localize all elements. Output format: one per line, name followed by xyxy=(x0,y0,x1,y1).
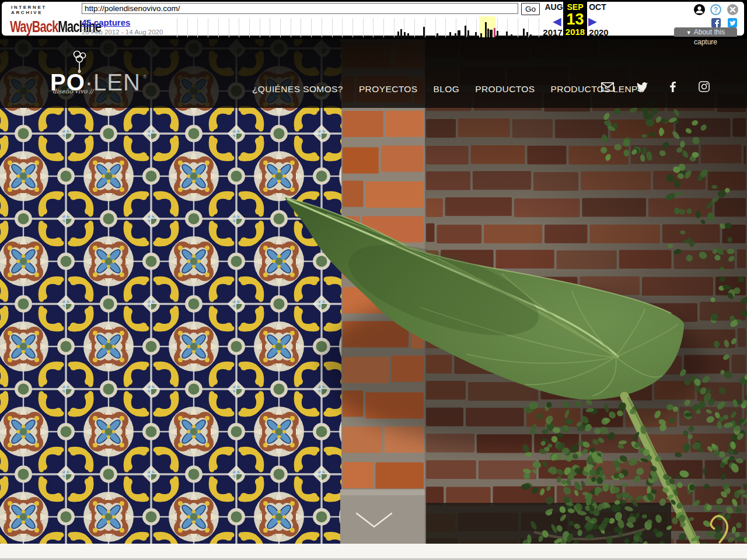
timeline-bar[interactable] xyxy=(506,32,508,37)
prev-capture-arrow[interactable]: ◀ xyxy=(553,16,561,27)
nav-item-3[interactable]: PRODUCTOS xyxy=(475,84,535,94)
timeline-bar[interactable] xyxy=(437,33,438,37)
timeline-bar[interactable] xyxy=(465,26,466,37)
timeline-gridline xyxy=(394,18,395,37)
timeline-bar[interactable] xyxy=(423,27,425,37)
timeline-bar[interactable] xyxy=(407,33,409,37)
facebook-icon[interactable] xyxy=(670,82,676,92)
timeline-bar[interactable] xyxy=(455,33,456,37)
current-year-label: 2018 xyxy=(563,27,587,37)
close-icon[interactable] xyxy=(727,4,738,15)
mail-icon[interactable] xyxy=(601,82,614,92)
help-icon[interactable]: ? xyxy=(710,4,721,15)
year-next-label[interactable]: 2020 xyxy=(587,27,610,37)
timeline-bar[interactable] xyxy=(530,34,532,37)
chevron-down-icon: ▼ xyxy=(686,30,692,36)
timeline-gridline xyxy=(539,18,539,37)
logo-light: ·LEN xyxy=(85,69,141,95)
timeline-gridline xyxy=(373,18,374,37)
share-facebook-icon[interactable] xyxy=(711,18,721,27)
timeline-gridline xyxy=(187,18,188,37)
timeline-bar[interactable] xyxy=(458,30,460,37)
next-capture-arrow[interactable]: ▶ xyxy=(588,16,597,27)
timeline-gridline xyxy=(280,18,281,37)
profile-icon[interactable] xyxy=(694,4,705,15)
url-input[interactable] xyxy=(82,3,518,14)
timeline-gridline xyxy=(270,18,270,37)
month-next-label[interactable]: OCT xyxy=(587,2,608,12)
timeline-gridline xyxy=(342,18,343,37)
timeline-gridline xyxy=(435,18,436,37)
timeline-bar[interactable] xyxy=(400,29,402,37)
timeline-bar[interactable] xyxy=(490,30,493,37)
svg-text:?: ? xyxy=(714,6,718,14)
timeline-bar[interactable] xyxy=(511,34,512,37)
timeline-bar[interactable] xyxy=(497,31,498,37)
timeline-gridline xyxy=(518,18,518,37)
capture-date-range: 20 Feb 2012 - 14 Aug 2020 xyxy=(82,29,163,36)
timeline-bar[interactable] xyxy=(480,33,482,37)
timeline-gridline xyxy=(352,18,353,37)
timeline-gridline xyxy=(218,18,219,37)
timeline-gridline xyxy=(301,18,301,37)
timeline-bar[interactable] xyxy=(397,32,399,37)
current-capture-column: SEP 13 2018 xyxy=(563,2,587,37)
timeline-bar[interactable] xyxy=(475,32,477,37)
timeline-gridline xyxy=(445,18,446,37)
wayback-machine-wordmark: WayBackMachine xyxy=(10,17,76,36)
timeline-gridline xyxy=(383,18,384,37)
timeline-gridline xyxy=(363,18,364,37)
registered-mark: ® xyxy=(143,74,148,80)
nav-item-1[interactable]: PROYECTOS xyxy=(359,84,418,94)
timeline-bar-selected[interactable] xyxy=(494,28,495,37)
nav-item-0[interactable]: ¿QUIÉNES SOMOS? xyxy=(252,84,343,94)
timeline-gridline xyxy=(322,18,322,37)
timeline-bar[interactable] xyxy=(404,32,406,37)
header-social-icons xyxy=(601,81,710,92)
timeline-bar[interactable] xyxy=(523,29,525,37)
timeline-bar[interactable] xyxy=(467,30,469,37)
nav-item-2[interactable]: BLOG xyxy=(434,84,460,94)
current-day-label: 13 xyxy=(563,12,587,27)
timeline-gridline xyxy=(208,18,208,37)
timeline-bar[interactable] xyxy=(487,29,489,37)
instagram-icon[interactable] xyxy=(699,81,710,92)
capture-timeline[interactable] xyxy=(172,16,542,37)
site-header: PO·LEN® diseño vivo // ¿QUIÉNES SOMOS?PR… xyxy=(0,39,747,108)
timeline-gridline xyxy=(414,18,415,37)
wayback-logo[interactable]: INTERNET ARCHIVE WayBackMachine xyxy=(10,5,79,31)
tile-wall xyxy=(0,39,342,544)
timeline-gridline xyxy=(229,18,229,37)
timeline-gridline xyxy=(291,18,291,37)
main-nav: ¿QUIÉNES SOMOS?PROYECTOSBLOGPRODUCTOSPRO… xyxy=(252,84,645,94)
timeline-gridline xyxy=(260,18,260,37)
timeline-gridline xyxy=(197,18,198,37)
timeline-gridline xyxy=(239,18,239,37)
timeline-gridline xyxy=(177,18,177,37)
go-button[interactable]: Go xyxy=(521,3,540,15)
month-prev-label[interactable]: AUG xyxy=(544,2,564,12)
next-section-strip xyxy=(0,544,747,560)
timeline-bar[interactable] xyxy=(449,32,451,37)
pillar-concrete-base xyxy=(340,489,428,544)
screenshot-root: { "wayback": { "archive_line": "INTERNET… xyxy=(0,0,747,560)
year-prev-label[interactable]: 2017 xyxy=(542,27,564,37)
twitter-icon[interactable] xyxy=(637,82,648,92)
share-twitter-icon[interactable] xyxy=(728,18,737,27)
timeline-gridline xyxy=(332,18,333,37)
timeline-bar[interactable] xyxy=(526,32,528,37)
internet-archive-label: INTERNET ARCHIVE xyxy=(11,5,79,15)
hero-photo xyxy=(0,39,747,544)
site-tagline: diseño vivo // xyxy=(53,88,93,94)
captures-link[interactable]: 45 captures xyxy=(82,18,130,27)
timeline-gridline xyxy=(311,18,312,37)
timeline-bar[interactable] xyxy=(485,22,487,37)
timeline-gridline xyxy=(249,18,250,37)
wayback-toolbar: INTERNET ARCHIVE WayBackMachine Go 45 ca… xyxy=(0,0,747,39)
about-this-capture[interactable]: ▼About this capture xyxy=(674,27,737,37)
wayback-panel: INTERNET ARCHIVE WayBackMachine Go 45 ca… xyxy=(2,2,744,36)
